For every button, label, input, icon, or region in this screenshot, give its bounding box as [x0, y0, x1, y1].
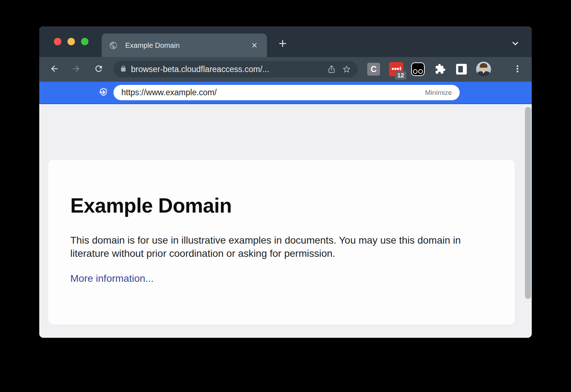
address-bar-url: browser-beta.cloudflareaccess.com/... — [131, 65, 321, 74]
page-title: Example Domain — [70, 194, 492, 217]
extensions-menu-button[interactable] — [434, 63, 446, 76]
tab-search-button[interactable] — [509, 37, 522, 50]
chevron-down-icon — [510, 39, 520, 50]
side-panel-button[interactable] — [456, 64, 467, 75]
globe-icon — [109, 41, 118, 50]
extension-c-label: C — [371, 65, 377, 74]
reload-button[interactable] — [93, 64, 104, 75]
vertical-scrollbar-thumb[interactable] — [525, 107, 531, 299]
lock-icon[interactable] — [120, 65, 127, 73]
forward-arrow-icon — [71, 64, 81, 75]
avatar-hair — [480, 63, 487, 68]
tab-title: Example Domain — [125, 41, 249, 50]
tab-strip: Example Domain — [39, 26, 532, 57]
window-controls — [54, 38, 89, 45]
new-tab-button[interactable] — [276, 37, 289, 50]
remote-url-pill: Minimize — [113, 85, 460, 100]
address-bar[interactable]: browser-beta.cloudflareaccess.com/... — [113, 61, 358, 77]
tab-example-domain[interactable]: Example Domain — [102, 34, 267, 57]
circle-lens-icon — [418, 69, 423, 74]
shield-arrow-icon — [98, 87, 108, 97]
side-panel-icon — [458, 66, 463, 72]
binoculars-extension-button[interactable] — [411, 62, 425, 76]
toolbar: browser-beta.cloudflareaccess.com/... C … — [39, 57, 532, 82]
more-information-link[interactable]: More information... — [70, 273, 153, 284]
profile-avatar[interactable] — [476, 62, 491, 77]
content-card: Example Domain This domain is for use in… — [48, 160, 515, 325]
minimize-window-button[interactable] — [67, 38, 75, 45]
share-icon[interactable] — [327, 65, 336, 74]
forward-button[interactable] — [71, 64, 81, 75]
zoom-window-button[interactable] — [81, 38, 89, 45]
page-paragraph: This domain is for use in illustrative e… — [70, 234, 482, 260]
notification-badge: 12 — [395, 71, 406, 80]
close-window-button[interactable] — [54, 38, 61, 45]
browser-menu-button[interactable] — [512, 64, 523, 75]
isolation-bar: Minimize — [39, 82, 532, 104]
circle-lens-icon — [413, 69, 418, 74]
bookmark-star-icon[interactable] — [342, 65, 351, 74]
back-arrow-icon — [50, 64, 59, 75]
plus-icon — [278, 39, 288, 50]
back-button[interactable] — [49, 64, 60, 75]
minimize-button[interactable]: Minimize — [425, 89, 452, 97]
remote-url-input[interactable] — [121, 88, 425, 97]
page-viewport: Example Domain This domain is for use in… — [39, 104, 532, 338]
password-manager-extension-button[interactable]: 12 — [389, 62, 403, 76]
close-icon[interactable] — [249, 40, 260, 51]
extension-c-button[interactable]: C — [367, 63, 380, 76]
puzzle-icon — [435, 63, 446, 76]
kebab-menu-icon — [513, 64, 522, 75]
reload-icon — [94, 64, 103, 75]
browser-window: Example Domain — [39, 26, 532, 338]
